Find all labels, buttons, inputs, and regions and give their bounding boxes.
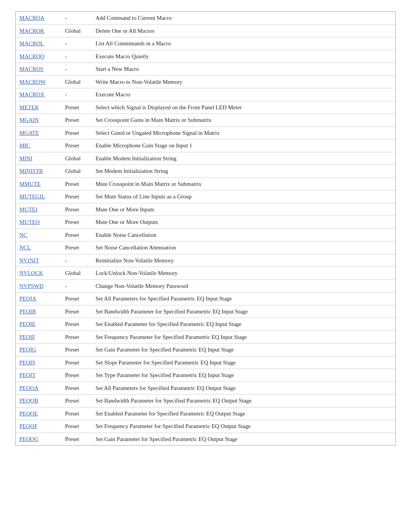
table-row: MUTEGILPresetSet Mute Status of Line Inp… [16,190,395,203]
command-link[interactable]: NC [19,232,27,238]
table-row: MGAINPresetSet Crosspoint Gains in Main … [16,114,395,127]
command-cell: MUTEO [16,216,61,229]
description-cell: Set Bandwidth Parameter for Specified Pa… [92,395,395,407]
command-link[interactable]: MACROS [19,66,43,72]
command-cell: MINI [16,152,61,165]
description-cell: Set All Parameters for Specified Paramet… [92,292,395,305]
scope-cell: Preset [61,369,92,382]
command-link[interactable]: MUTEO [19,219,40,225]
description-cell: Lock/Unlock Non-Volatile Memory [92,267,395,280]
command-cell: MUTEI [16,203,61,216]
command-link[interactable]: NCL [19,244,31,251]
command-link[interactable]: MUTEI [19,206,38,212]
command-cell: MACROA [16,12,61,24]
description-cell: Enable Modem Initialization String [92,152,395,165]
command-link[interactable]: PEQIG [19,347,36,353]
table-row: MACROQ-Execute Macro Quietly [16,50,395,63]
scope-cell: Preset [61,114,92,127]
table-row: PEQIBPresetSet Bandwidth Parameter for S… [16,305,395,318]
command-link[interactable]: MACROQ [19,53,45,59]
table-row: NVPSWD-Change Non-Volatile Memory Passwo… [16,280,395,292]
scope-cell: Preset [61,126,92,139]
command-link[interactable]: MMUTE [19,181,41,187]
command-link[interactable]: PEQIE [19,321,36,327]
command-link[interactable]: PEQIS [19,359,35,366]
command-link[interactable]: METER [19,104,39,110]
scope-cell: Preset [61,190,92,203]
description-cell: Set All Parameters for Specified Paramet… [92,382,395,395]
scope-cell: Preset [61,228,92,241]
description-cell: Set Bandwidth Parameter for Specified Pa… [92,305,395,318]
table-row: PEQIAPresetSet All Parameters for Specif… [16,292,395,305]
table-row: PEQISPresetSet Slope Parameter for Speci… [16,356,395,369]
command-cell: NVPSWD [16,280,61,292]
scope-cell: Global [61,75,92,88]
command-link[interactable]: NVPSWD [19,283,43,289]
command-link[interactable]: PEQIB [19,308,36,315]
command-link[interactable]: MUTEGIL [19,193,45,200]
command-cell: MGAIN [16,114,61,127]
command-cell: MACROX [16,88,61,101]
description-cell: Start a New Macro [92,63,395,76]
table-row: MINIGlobalEnable Modem Initialization St… [16,152,395,165]
command-link[interactable]: PEQOG [19,436,38,442]
command-link[interactable]: MGAIN [19,117,39,123]
command-link[interactable]: MACROA [19,15,45,21]
table-row: NCLPresetSet Noise Cancellation Attenuat… [16,241,395,254]
command-link[interactable]: NVLOCK [19,270,43,276]
table-row: PEQIFPresetSet Frequency Parameter for S… [16,331,395,343]
command-link[interactable]: MACROK [19,28,45,34]
command-link[interactable]: MACROL [19,40,44,46]
command-link[interactable]: MACROW [19,79,46,85]
command-cell: PEQOE [16,407,61,420]
description-cell: Set Slope Parameter for Specified Parame… [92,356,395,369]
command-cell: MACROS [16,63,61,76]
command-link[interactable]: PEQIF [19,334,35,340]
description-cell: Enable Noise Cancellation [92,228,395,241]
command-link[interactable]: PEQOF [19,423,38,429]
description-cell: Select which Signal is Displayed on the … [92,101,395,114]
command-cell: PEQIE [16,318,61,331]
command-cell: NVLOCK [16,267,61,280]
table-row: METERPresetSelect which Signal is Displa… [16,101,395,114]
table-row: MUTEOPresetMute One or More Outputs [16,216,395,229]
description-cell: Set Mute Status of Line Inputs as a Grou… [92,190,395,203]
command-link[interactable]: MINISTR [19,168,43,174]
description-cell: Set Gain Parameter for Specified Paramet… [92,343,395,356]
command-link[interactable]: PEQOA [19,385,38,391]
command-cell: NVINIT [16,254,61,267]
description-cell: Set Crosspoint Gains in Main Matrix or S… [92,114,395,127]
command-cell: PEQOB [16,395,61,407]
description-cell: Set Noise Cancellation Attenuation [92,241,395,254]
command-link[interactable]: MGATE [19,130,39,136]
command-link[interactable]: PEQIT [19,372,36,378]
table-row: NVLOCKGlobalLock/Unlock Non-Volatile Mem… [16,267,395,280]
command-link[interactable]: MACROX [19,91,45,97]
scope-cell: Preset [61,343,92,356]
scope-cell: Preset [61,420,92,433]
scope-cell: Global [61,267,92,280]
command-link[interactable]: MIC [19,142,30,149]
scope-cell: - [61,12,92,24]
command-link[interactable]: PEQIA [19,296,36,302]
description-cell: Mute One or More Inputs [92,203,395,216]
command-link[interactable]: PEQOE [19,411,38,417]
description-cell: Set Modem Initialization String [92,165,395,178]
table-row: MACROA-Add Command to Current Macro [16,12,395,24]
table-row: MUTEIPresetMute One or More Inputs [16,203,395,216]
description-cell: Write Macro to Non-Volatile Memory [92,75,395,88]
scope-cell: Preset [61,216,92,229]
table-row: MACROL-List All Commmands in a Macro [16,37,395,50]
command-cell: MACROK [16,24,61,37]
table-row: MACROS-Start a New Macro [16,63,395,76]
description-cell: Set Frequency Parameter for Specified Pa… [92,331,395,343]
table-row: PEQITPresetSet Type Parameter for Specif… [16,369,395,382]
scope-cell: Preset [61,101,92,114]
command-link[interactable]: PEQOB [19,398,38,404]
scope-cell: Preset [61,292,92,305]
description-cell: Add Command to Current Macro [92,12,395,24]
command-link[interactable]: NVINIT [19,257,39,264]
command-link[interactable]: MINI [19,155,32,161]
command-cell: PEQOA [16,382,61,395]
table-row: PEQOFPresetSet Frequency Parameter for S… [16,420,395,433]
